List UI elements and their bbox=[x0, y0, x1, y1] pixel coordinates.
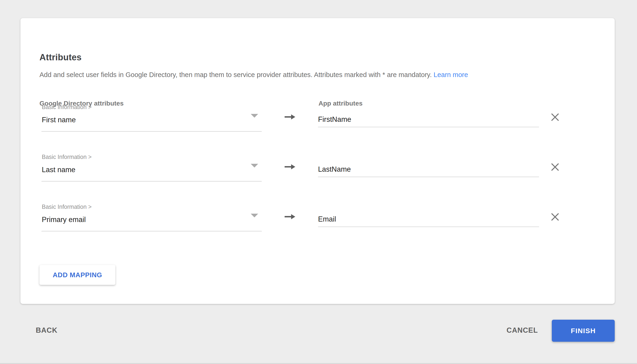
google-attribute-value: Last name bbox=[42, 166, 76, 174]
app-attribute-input[interactable] bbox=[318, 162, 539, 177]
arrow-right-icon bbox=[285, 214, 295, 219]
description-text: Add and select user fields in Google Dir… bbox=[40, 71, 601, 79]
chevron-down-icon bbox=[251, 114, 258, 118]
google-attribute-value: Primary email bbox=[42, 216, 86, 224]
app-attribute-input[interactable] bbox=[318, 212, 539, 227]
description-body: Add and select user fields in Google Dir… bbox=[40, 71, 432, 78]
mapping-row: Basic Information > Last name bbox=[40, 154, 596, 188]
select-underline bbox=[41, 181, 262, 182]
remove-mapping-button[interactable] bbox=[547, 159, 563, 176]
arrow-right-icon bbox=[285, 114, 295, 120]
google-attribute-select[interactable]: Basic Information > Last name bbox=[40, 154, 262, 182]
chevron-down-icon bbox=[251, 214, 258, 218]
attributes-card: Attributes Add and select user fields in… bbox=[21, 18, 615, 304]
back-button[interactable]: BACK bbox=[30, 323, 64, 338]
attribute-mapping-screen: Attributes Add and select user fields in… bbox=[0, 0, 637, 364]
select-underline bbox=[41, 231, 262, 232]
chevron-down-icon bbox=[251, 164, 258, 168]
close-icon bbox=[551, 163, 559, 172]
remove-mapping-button[interactable] bbox=[547, 208, 563, 225]
google-attribute-select[interactable]: Basic Information > First name bbox=[40, 104, 262, 132]
app-attribute-input[interactable] bbox=[318, 112, 539, 127]
learn-more-link[interactable]: Learn more bbox=[434, 71, 468, 78]
finish-button[interactable]: FINISH bbox=[552, 320, 615, 342]
mapping-row: Basic Information > First name bbox=[40, 104, 596, 138]
google-attribute-select[interactable]: Basic Information > Primary email bbox=[40, 204, 262, 232]
select-underline bbox=[41, 131, 262, 132]
close-icon bbox=[551, 113, 559, 122]
close-icon bbox=[551, 212, 559, 221]
arrow-right-icon bbox=[285, 164, 295, 169]
google-attribute-value: First name bbox=[42, 116, 76, 124]
cancel-button[interactable]: CANCEL bbox=[500, 323, 544, 338]
mapping-row: Basic Information > Primary email bbox=[40, 204, 596, 238]
remove-mapping-button[interactable] bbox=[547, 109, 563, 126]
attribute-category-label: Basic Information > bbox=[42, 204, 92, 210]
attribute-category-label: Basic Information > bbox=[42, 104, 92, 110]
page-title: Attributes bbox=[40, 52, 82, 62]
add-mapping-button[interactable]: ADD MAPPING bbox=[40, 265, 115, 285]
attribute-category-label: Basic Information > bbox=[42, 154, 92, 160]
